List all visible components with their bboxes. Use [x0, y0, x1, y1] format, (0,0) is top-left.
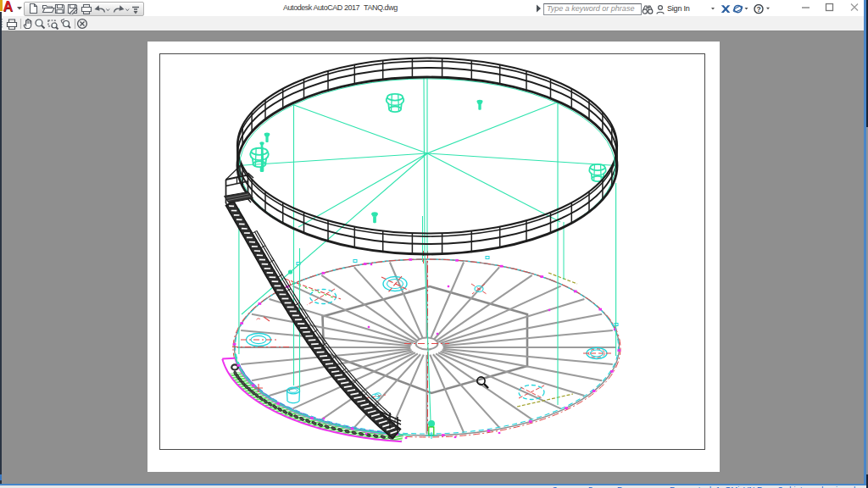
svg-text:?: ? — [756, 5, 760, 14]
